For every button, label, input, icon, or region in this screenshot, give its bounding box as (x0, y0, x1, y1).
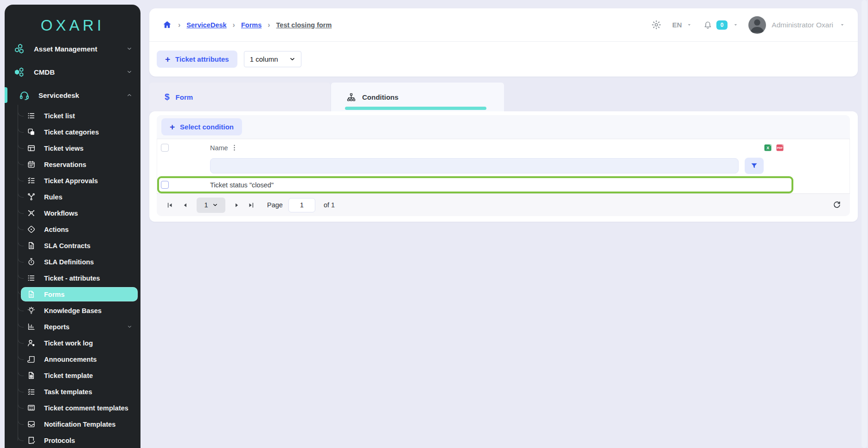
servicedesk-submenu: Ticket listTicket categoriesTicket views… (5, 108, 140, 448)
next-page-button[interactable] (233, 201, 241, 209)
sidebar-item-label: Forms (44, 291, 64, 298)
sidebar-item-ticket-categories[interactable]: Ticket categories (5, 124, 140, 140)
sidebar-item-rules[interactable]: Rules (5, 189, 140, 205)
table-row[interactable]: Ticket status "closed" (157, 176, 793, 193)
sidebar-section-cmdb[interactable]: CMDB (5, 60, 140, 83)
select-condition-button[interactable]: + Select condition (161, 118, 242, 135)
sidebar-item-knowledge-bases[interactable]: Knowledge Bases (5, 302, 140, 319)
sidebar-item-label: Protocols (44, 437, 75, 444)
export-excel-icon[interactable]: X (763, 143, 772, 153)
sidebar-item-ticket-attributes[interactable]: Ticket - attributes (5, 270, 140, 286)
sidebar-item-label: Ticket work log (44, 339, 93, 347)
sidebar-item-label: Ticket - attributes (44, 275, 100, 282)
task-list-icon (27, 387, 36, 396)
sidebar-item-ticket-work-log[interactable]: Ticket work log (5, 335, 140, 351)
user-menu-caret-icon[interactable] (840, 22, 845, 27)
sidebar-item-label: Knowledge Bases (44, 307, 102, 314)
user-clock-icon (27, 339, 36, 347)
home-icon[interactable] (162, 20, 172, 30)
sidebar-item-forms[interactable]: Forms (5, 286, 140, 302)
previous-page-button[interactable] (181, 201, 189, 209)
sidebar-item-ticket-approvals[interactable]: Ticket Approvals (5, 173, 140, 189)
row-checkbox[interactable] (161, 181, 169, 189)
content-panel: + Select condition Name X PDF (149, 111, 858, 222)
sidebar-item-ticket-list[interactable]: Ticket list (5, 108, 140, 124)
sidebar-item-sla-definitions[interactable]: SLA Definitions (5, 254, 140, 270)
select-condition-label: Select condition (180, 123, 234, 131)
notification-badge[interactable]: 0 (716, 20, 728, 30)
top-bar: ›ServiceDesk›Forms›Test closing form EN … (149, 8, 858, 42)
conditions-grid: + Select condition Name X PDF (157, 115, 850, 216)
avatar[interactable] (748, 16, 766, 34)
ticket-attributes-button[interactable]: + Ticket attributes (157, 51, 237, 68)
sidebar-item-protocols[interactable]: Protocols (5, 432, 140, 448)
gear-icon[interactable] (651, 20, 661, 30)
ticket-attributes-label: Ticket attributes (175, 55, 229, 63)
filter-button[interactable] (745, 158, 764, 174)
sidebar-item-ticket-template[interactable]: Ticket template (5, 367, 140, 384)
tab-conditions[interactable]: Conditions (331, 83, 504, 111)
target-icon (27, 225, 36, 234)
sidebar-item-label: Ticket comment templates (44, 404, 128, 412)
sidebar-item-label: SLA Definitions (44, 258, 94, 266)
sidebar-item-reports[interactable]: Reports (5, 319, 140, 335)
sidebar-item-notification-templates[interactable]: Notification Templates (5, 416, 140, 432)
sidebar-item-label: Ticket list (44, 112, 75, 120)
sidebar-item-ticket-views[interactable]: Ticket views (5, 140, 140, 156)
sidebar-section-servicedesk[interactable]: Servicedesk (5, 83, 140, 107)
page-count-text: of 1 (324, 201, 335, 209)
first-page-button[interactable] (166, 201, 174, 209)
bell-icon[interactable] (703, 20, 713, 30)
table-icon (27, 144, 36, 153)
column-header-name[interactable]: Name (210, 144, 228, 152)
page-label: Page (267, 201, 283, 209)
sidebar-item-label: Ticket template (44, 372, 93, 379)
last-page-button[interactable] (247, 201, 255, 209)
sidebar-item-workflows[interactable]: Workflows (5, 205, 140, 221)
tabs: $ Form Conditions (149, 83, 504, 111)
sitemap-icon (346, 92, 356, 102)
columns-select[interactable]: 1 column (244, 51, 301, 67)
sidebar-item-label: Actions (44, 226, 69, 233)
page-number-input[interactable] (288, 198, 315, 212)
form-toolbar: + Ticket attributes 1 column (149, 42, 858, 76)
stopwatch-icon (27, 257, 36, 266)
grid-body: Name X PDF Ticket status "closed" (157, 139, 850, 193)
hexagons-icon (14, 43, 26, 55)
notification-caret-icon[interactable] (733, 22, 738, 27)
grid-rows: Ticket status "closed" (157, 176, 849, 193)
select-all-checkbox[interactable] (161, 144, 169, 152)
sidebar-item-task-templates[interactable]: Task templates (5, 384, 140, 400)
export-pdf-icon[interactable]: PDF (775, 143, 785, 153)
language-selector[interactable]: EN (672, 21, 682, 29)
column-menu-icon[interactable] (230, 144, 238, 152)
tab-form[interactable]: $ Form (149, 83, 330, 111)
funnel-icon (750, 162, 758, 170)
language-caret-icon[interactable] (687, 22, 692, 27)
page-select-value: 1 (204, 201, 208, 209)
copy-icon (27, 128, 36, 136)
breadcrumb-servicedesk[interactable]: ServiceDesk (186, 21, 226, 29)
sidebar-section-label: Servicedesk (38, 91, 79, 99)
sidebar-item-reservations[interactable]: Reservations (5, 156, 140, 173)
user-area: EN 0 Administrator Oxari (651, 16, 845, 34)
sidebar-item-sla-contracts[interactable]: SLA Contracts (5, 237, 140, 254)
sidebar-item-announcements[interactable]: Announcements (5, 351, 140, 367)
active-section-indicator (5, 87, 7, 103)
page-size-select[interactable]: 1 (197, 198, 225, 213)
active-tab-indicator (345, 107, 486, 110)
scroll-icon (27, 355, 36, 364)
tab-form-label: Form (176, 93, 193, 101)
sidebar-section-asset-management[interactable]: Asset Management (5, 37, 140, 60)
user-name[interactable]: Administrator Oxari (772, 21, 833, 29)
grid-header-row: Name X PDF (157, 139, 849, 156)
refresh-icon[interactable] (832, 200, 842, 210)
page-scrollbar[interactable] (862, 0, 867, 448)
sidebar-item-ticket-comment-templates[interactable]: Ticket comment templates (5, 400, 140, 416)
chevron-down-icon (127, 324, 132, 329)
breadcrumb-forms[interactable]: Forms (241, 21, 262, 29)
name-filter-input[interactable] (210, 158, 739, 173)
breadcrumb-separator: › (268, 21, 270, 29)
sidebar-item-actions[interactable]: Actions (5, 221, 140, 237)
sidebar-nav: Asset ManagementCMDBServicedeskTicket li… (5, 37, 140, 448)
